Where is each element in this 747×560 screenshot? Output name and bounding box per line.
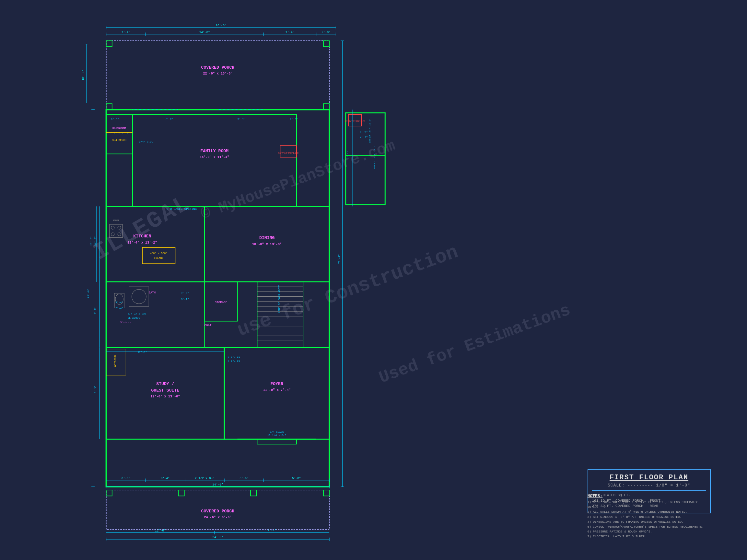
svg-rect-76 (257, 439, 297, 444)
notes-content: 1) 9'-0" CLG. HGT. (1ST : 1 1/2" PLT. HG… (588, 500, 711, 539)
svg-text:3/4 GLASS: 3/4 GLASS (269, 430, 284, 433)
svg-text:36"TV/FIREPLACE: 36"TV/FIREPLACE (278, 152, 299, 155)
svg-text:5-0 CASED OPENING: 5-0 CASED OPENING (166, 207, 197, 211)
family-room-label: FAMILY ROOM (200, 149, 229, 154)
svg-text:6'0" x 5' CASMT: 6'0" x 5' CASMT (368, 119, 371, 143)
main-container: ILLEGAL © MyHousePlanStore.com use for C… (0, 0, 747, 560)
title-block-scale: SCALE: --------- 1/8" = 1'-0" (592, 483, 706, 488)
svg-rect-23 (106, 104, 112, 109)
foyer-size: 11'-0" x 7'-4" (263, 388, 290, 392)
svg-text:3/4" C.O.: 3/4" C.O. (139, 140, 153, 143)
svg-text:24'-0": 24'-0" (212, 535, 223, 539)
svg-point-67 (132, 289, 146, 304)
svg-rect-106 (251, 490, 256, 496)
study-guest-outline (106, 347, 224, 439)
svg-text:4'-8": 4'-8" (93, 307, 96, 315)
svg-rect-105 (178, 490, 184, 496)
svg-text:71'-4": 71'-4" (337, 254, 340, 264)
svg-point-41 (118, 226, 121, 229)
svg-text:3'-8": 3'-8" (121, 476, 130, 480)
title-block-title: FIRST FLOOR PLAN (592, 474, 706, 482)
svg-text:RANGE: RANGE (112, 219, 119, 221)
kitchen-label: KITCHEN (133, 234, 151, 239)
svg-text:13'-4": 13'-4" (93, 236, 96, 245)
svg-text:2'-4": 2'-4" (115, 307, 123, 310)
svg-text:5'-4": 5'-4" (111, 117, 119, 120)
svg-text:1'-4": 1'-4" (285, 30, 294, 34)
main-house-outline (106, 109, 329, 486)
svg-text:3'-4": 3'-4" (360, 135, 367, 138)
mudroom-label: MUDROOM (112, 127, 126, 130)
svg-text:3/4 JA & JAB: 3/4 JA & JAB (127, 312, 146, 315)
svg-text:4'-0": 4'-0" (93, 385, 96, 393)
notes-block: NOTES: 1) 9'-0" CLG. HGT. (1ST : 1 1/2" … (588, 494, 711, 539)
svg-text:18'-6": 18'-6" (81, 70, 84, 80)
foyer-label: FOYER (270, 381, 283, 386)
svg-text:3'-6": 3'-6" (360, 130, 367, 133)
svg-rect-25 (280, 145, 297, 157)
svg-rect-39 (109, 224, 123, 237)
covered-porch-rear-size: 24'-6" x 6'-6" (204, 516, 231, 519)
svg-text:3'-1": 3'-1" (181, 297, 189, 300)
svg-text:4'0" x 5'0": 4'0" x 5'0" (150, 252, 167, 255)
covered-porch-front-label: COVERED PORCH (201, 65, 234, 70)
svg-text:5'-8": 5'-8" (292, 476, 301, 480)
svg-text:36"TV/FIREPLACE: 36"TV/FIREPLACE (344, 120, 365, 123)
svg-text:12'-8": 12'-8" (137, 350, 147, 353)
floor-plan-svg: 26'-8" 7'-4" 14'-8" 1'-4" 2'-8" 18'-6" (36, 18, 458, 542)
svg-text:5'-6": 5'-6" (239, 476, 248, 480)
svg-text:STORAGE: STORAGE (214, 300, 227, 304)
svg-point-43 (118, 233, 121, 236)
svg-text:3'-2": 3'-2" (181, 291, 189, 294)
svg-text:GUEST SUITE: GUEST SUITE (151, 388, 179, 393)
svg-point-40 (111, 226, 114, 229)
svg-text:W.I.C.: W.I.C. (120, 320, 131, 324)
svg-text:24'-0": 24'-0" (212, 483, 223, 486)
svg-rect-103 (106, 490, 112, 496)
svg-text:7'-4": 7'-4" (121, 30, 130, 34)
dining-label: DINING (259, 236, 275, 240)
svg-text:COAT: COAT (204, 323, 211, 327)
svg-text:10 1/4 x 8-8: 10 1/4 x 8-8 (267, 433, 286, 436)
svg-text:8'-4": 8'-4" (290, 117, 298, 120)
svg-text:13'-4": 13'-4" (89, 236, 92, 245)
svg-rect-36 (142, 247, 175, 264)
svg-rect-104 (323, 490, 329, 496)
svg-text:3'-4": 3'-4" (161, 476, 170, 480)
svg-text:ISLAND: ISLAND (154, 257, 163, 260)
study-guest-size: 12'-0" x 13'-0" (150, 395, 180, 398)
svg-text:GL ABOVE: GL ABOVE (127, 316, 140, 319)
covered-porch-rear-label: COVERED PORCH (201, 508, 234, 513)
svg-text:2 1/4 PR: 2 1/4 PR (228, 356, 240, 358)
svg-text:14'-8": 14'-8" (199, 30, 210, 34)
svg-text:BATH: BATH (149, 291, 156, 294)
svg-point-42 (111, 233, 114, 236)
svg-text:2'-8": 2'-8" (321, 30, 330, 34)
notes-title: NOTES: (588, 494, 711, 499)
svg-text:8'-4": 8'-4" (237, 117, 245, 120)
mudroom-outline (106, 114, 132, 154)
dining-size: 10'-0" x 13'-8" (252, 242, 282, 246)
svg-text:3'-4": 3'-4" (115, 300, 123, 303)
right-structure (345, 113, 385, 205)
floor-plan-area: ILLEGAL © MyHousePlanStore.com use for C… (17, 8, 730, 552)
svg-rect-22 (323, 41, 329, 46)
covered-porch-front-size: 22'-0" x 18'-6" (203, 72, 232, 76)
svg-rect-21 (106, 41, 112, 46)
svg-rect-24 (323, 104, 329, 109)
svg-text:12'-6": 12'-6" (155, 529, 165, 532)
svg-text:OPTIONAL: OPTIONAL (114, 354, 117, 367)
family-room-outline (132, 114, 296, 206)
svg-text:3/4 BENCH: 3/4 BENCH (112, 138, 126, 141)
kitchen-size: 12'-4" x 13'-2" (127, 241, 157, 244)
svg-text:4'0" x 4' CASMT: 4'0" x 4' CASMT (373, 145, 376, 169)
svg-text:7'-4": 7'-4" (267, 529, 276, 532)
svg-text:26'-8": 26'-8" (215, 24, 226, 27)
study-guest-label: STUDY / (156, 381, 174, 386)
svg-text:LINE OF DOOR ABOVE: LINE OF DOOR ABOVE (278, 284, 281, 313)
svg-text:2 1/2 x 8-8: 2 1/2 x 8-8 (195, 476, 214, 480)
svg-text:7'-4": 7'-4" (346, 151, 349, 159)
family-room-size: 16'-0" x 11'-4" (200, 156, 229, 159)
svg-text:7'-8": 7'-8" (165, 117, 173, 120)
svg-text:73'-8": 73'-8" (86, 289, 89, 298)
